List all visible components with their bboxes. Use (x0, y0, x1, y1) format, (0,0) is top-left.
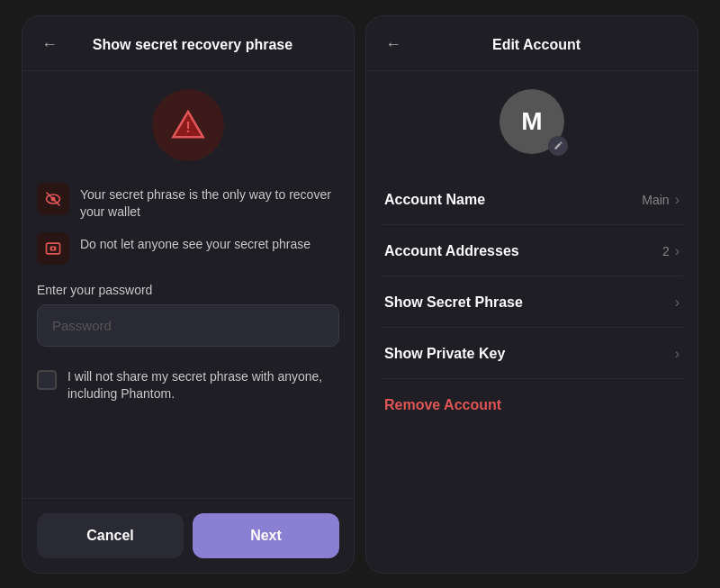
next-button[interactable]: Next (193, 513, 339, 558)
password-input[interactable] (37, 304, 339, 347)
warning-text-2: Do not let anyone see your secret phrase (80, 232, 310, 254)
app-container: ← Show secret recovery phrase ! (0, 0, 720, 588)
warning-item-2: Do not let anyone see your secret phrase (37, 232, 339, 265)
edit-avatar-button[interactable] (548, 136, 568, 156)
menu-items-list: Account Name Main › Account Addresses 2 … (381, 176, 683, 421)
left-panel-body: ! Your secret phrase is the only way to … (22, 71, 354, 498)
warning-icon-circle: ! (152, 89, 224, 161)
left-panel-title: Show secret recovery phrase (71, 37, 314, 53)
right-back-button[interactable]: ← (381, 32, 406, 58)
remove-account-button[interactable]: Remove Account (381, 381, 683, 421)
cancel-button[interactable]: Cancel (37, 513, 184, 558)
avatar-section: M (381, 89, 683, 154)
chevron-icon: › (675, 346, 680, 362)
checkbox-section: I will not share my secret phrase with a… (37, 368, 339, 403)
warning-items-list: Your secret phrase is the only way to re… (37, 183, 339, 265)
account-name-right: Main › (642, 192, 680, 208)
show-private-key-item[interactable]: Show Private Key › (381, 330, 683, 379)
account-addresses-value: 2 (662, 244, 670, 258)
left-panel-header: ← Show secret recovery phrase (22, 16, 354, 71)
account-name-value: Main (642, 193, 669, 207)
chevron-icon: › (675, 294, 680, 311)
show-secret-phrase-right: › (675, 294, 680, 311)
triangle-warning-icon: ! (170, 107, 206, 143)
right-panel: ← Edit Account M Account Name (365, 15, 698, 574)
account-addresses-label: Account Addresses (384, 243, 519, 259)
show-private-key-right: › (675, 346, 680, 362)
right-panel-title: Edit Account (415, 37, 658, 53)
show-private-key-label: Show Private Key (384, 346, 505, 362)
chevron-icon: › (675, 192, 680, 208)
account-addresses-item[interactable]: Account Addresses 2 › (381, 227, 683, 276)
eye-icon (37, 183, 69, 215)
show-secret-phrase-label: Show Secret Phrase (384, 294, 523, 311)
agreement-checkbox[interactable] (37, 370, 57, 390)
account-addresses-right: 2 › (662, 243, 680, 259)
password-label: Enter your password (37, 283, 339, 297)
shield-icon (37, 232, 69, 265)
account-name-label: Account Name (384, 192, 485, 208)
agreement-text: I will not share my secret phrase with a… (68, 368, 339, 403)
chevron-icon: › (675, 243, 680, 259)
spacer (37, 418, 339, 480)
right-panel-body: M Account Name Main › Accoun (366, 71, 698, 573)
account-name-item[interactable]: Account Name Main › (381, 176, 683, 225)
right-panel-header: ← Edit Account (366, 16, 698, 71)
svg-point-6 (52, 247, 55, 249)
show-secret-phrase-item[interactable]: Show Secret Phrase › (381, 278, 683, 328)
left-panel: ← Show secret recovery phrase ! (22, 15, 355, 574)
password-section: Enter your password (37, 283, 339, 347)
warning-text-1: Your secret phrase is the only way to re… (80, 183, 339, 222)
warning-item-1: Your secret phrase is the only way to re… (37, 183, 339, 222)
svg-text:!: ! (185, 119, 191, 136)
left-panel-footer: Cancel Next (22, 498, 354, 573)
left-back-button[interactable]: ← (37, 32, 62, 58)
